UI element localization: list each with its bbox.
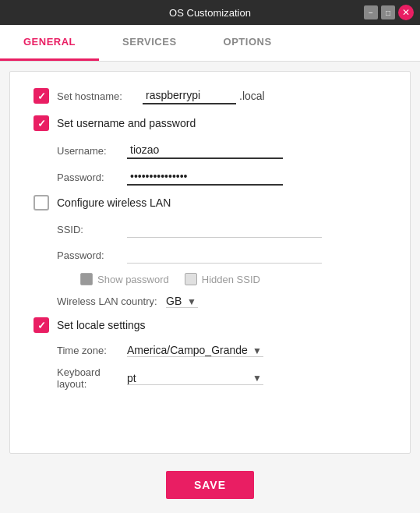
- ssid-input[interactable]: [127, 221, 322, 238]
- hidden-ssid-label: Hidden SSID: [202, 274, 260, 285]
- timezone-label: Time zone:: [57, 345, 127, 356]
- ssid-label: SSID:: [57, 224, 127, 235]
- country-label: Wireless LAN country:: [57, 295, 166, 307]
- app-window: OS Customization − □ ✕ GENERAL SERVICES …: [0, 0, 420, 513]
- username-label: Username:: [57, 145, 127, 157]
- locale-section-header: ✓ Set locale settings: [34, 317, 386, 333]
- hostname-suffix: .local: [239, 90, 265, 102]
- save-button[interactable]: SAVE: [166, 471, 254, 499]
- show-password-label: Show password: [97, 274, 169, 285]
- country-group: Wireless LAN country: GB US BR ▼: [57, 295, 386, 308]
- username-group: Username:: [34, 142, 386, 159]
- tab-services[interactable]: SERVICES: [99, 25, 200, 61]
- keyboard-group: Keyboard layout: pt us gb ▼: [34, 366, 386, 390]
- password-group: Password:: [34, 168, 386, 186]
- hostname-label: Set hostname:: [57, 90, 143, 102]
- hostname-row: ✓ Set hostname: .local: [34, 87, 386, 104]
- titlebar: OS Customization − □ ✕: [0, 0, 420, 25]
- maximize-button[interactable]: □: [381, 5, 395, 19]
- wireless-checkbox[interactable]: [34, 195, 49, 211]
- ssid-group: SSID:: [57, 221, 386, 238]
- keyboard-dropdown-wrapper: pt us gb ▼: [127, 372, 263, 385]
- timezone-group: Time zone: America/Campo_Grande America/…: [34, 344, 386, 357]
- wireless-password-input[interactable]: [127, 247, 322, 264]
- wireless-section-header: Configure wireless LAN: [34, 195, 386, 211]
- hostname-checkbox[interactable]: ✓: [34, 88, 49, 104]
- credentials-checkbox[interactable]: ✓: [34, 115, 49, 131]
- close-button[interactable]: ✕: [398, 5, 414, 20]
- credentials-label: Set username and password: [57, 117, 196, 129]
- hostname-input[interactable]: [143, 87, 236, 104]
- password-label: Password:: [57, 172, 127, 183]
- tab-bar: GENERAL SERVICES OPTIONS: [0, 25, 420, 62]
- locale-label: Set locale settings: [57, 319, 146, 331]
- main-content: ✓ Set hostname: .local ✓ Set username an…: [9, 71, 411, 454]
- timezone-dropdown-wrapper: America/Campo_Grande America/Sao_Paulo U…: [127, 344, 263, 357]
- wireless-section-body: SSID: Password: Show password Hidden SSI…: [34, 221, 386, 308]
- keyboard-label: Keyboard layout:: [57, 366, 127, 390]
- wireless-label: Configure wireless LAN: [57, 196, 171, 209]
- country-dropdown-wrapper: GB US BR ▼: [166, 295, 198, 308]
- credentials-section-header: ✓ Set username and password: [34, 115, 386, 131]
- window-controls: − □ ✕: [364, 5, 414, 20]
- password-input[interactable]: [127, 168, 283, 186]
- window-title: OS Customization: [169, 7, 251, 19]
- username-input[interactable]: [127, 142, 283, 159]
- locale-checkbox[interactable]: ✓: [34, 317, 49, 333]
- wireless-password-group: Password:: [57, 247, 386, 264]
- show-password-row: Show password Hidden SSID: [57, 273, 386, 285]
- footer: SAVE: [0, 463, 420, 513]
- hidden-ssid-checkbox[interactable]: [185, 273, 197, 285]
- keyboard-select[interactable]: pt us gb: [127, 372, 263, 385]
- minimize-button[interactable]: −: [364, 5, 378, 19]
- show-password-item: Show password: [80, 273, 169, 285]
- hidden-ssid-item: Hidden SSID: [185, 273, 260, 285]
- tab-general[interactable]: GENERAL: [0, 25, 99, 61]
- tab-options[interactable]: OPTIONS: [200, 25, 295, 61]
- wireless-password-label: Password:: [57, 249, 127, 261]
- country-select[interactable]: GB US BR: [166, 295, 198, 308]
- show-password-checkbox[interactable]: [80, 273, 93, 285]
- timezone-select[interactable]: America/Campo_Grande America/Sao_Paulo U…: [127, 344, 263, 357]
